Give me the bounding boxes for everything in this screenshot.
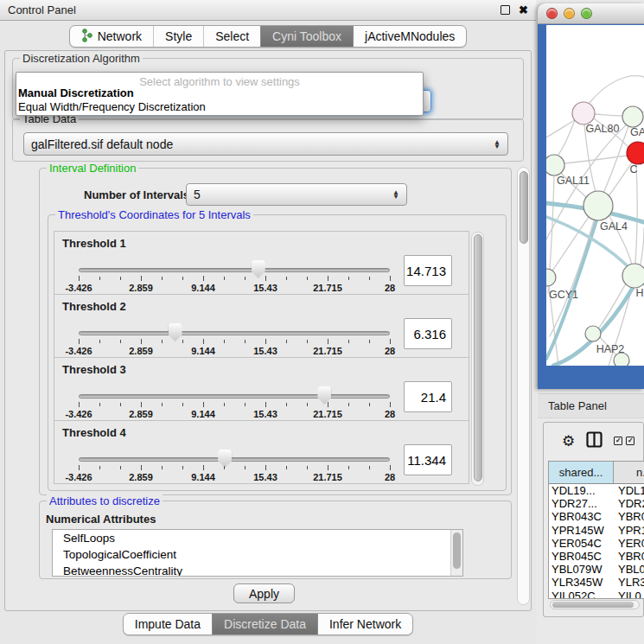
table-panel: ⚙ ✓ ✓ shared... n... YDL19...YDL1YDR27..… [543,422,644,617]
close-icon[interactable]: ✖ [519,4,528,16]
tab-infer-network[interactable]: Infer Network [317,614,412,634]
list-item[interactable]: TopologicalCoefficient [53,546,462,563]
columns-icon[interactable] [586,431,603,451]
threshold-3-slider[interactable]: -3.4262.8599.14415.4321.71528 [79,384,390,420]
table-horizontal-scrollbar[interactable] [550,600,640,609]
table-cell[interactable]: YBL0 [614,563,644,576]
network-node[interactable] [585,326,601,341]
threshold-2-value[interactable]: 6.316 [404,318,452,349]
table-cell[interactable]: YPR1 [614,524,644,537]
algorithm-option-manual-discretization[interactable]: Manual Discretization [16,86,423,100]
table-row[interactable]: YER054CYER0 [549,537,644,550]
threshold-4-slider[interactable]: -3.4262.8599.14415.4321.71528 [79,447,390,483]
network-canvas[interactable]: GAL80GACGAL11GAL4GCY1HHAP2 [546,25,644,366]
apply-button[interactable]: Apply [233,583,295,603]
tab-discretize-data[interactable]: Discretize Data [212,614,317,634]
threshold-1-value[interactable]: 14.713 [404,255,452,286]
threshold-2-slider[interactable]: -3.4262.8599.14415.4321.71528 [79,321,390,357]
slider-tick [203,339,204,344]
network-node[interactable] [546,269,556,286]
table-row[interactable]: YBR043CYBR0 [549,510,644,523]
threshold-3-value[interactable]: 21.4 [404,381,452,412]
checkbox-icon[interactable]: ✓ [626,437,634,445]
column-header-shared-name[interactable]: shared... [549,462,614,483]
top-tab-group: Network Style Select Cyni Toolbox jActiv… [69,25,468,48]
slider-track[interactable] [79,331,390,335]
slider-track[interactable] [79,457,390,462]
table-row[interactable]: YDL19...YDL1 [549,484,644,497]
table-cell[interactable]: YER0 [614,537,644,550]
table-cell[interactable]: YDL19... [549,484,614,497]
network-node[interactable] [614,353,629,366]
table-row[interactable]: YLR345WYLR3 [549,576,644,589]
threshold-4-row: Threshold 4 -3.4262.8599.14415.4321.7152… [54,420,469,484]
content-scrollbar[interactable] [517,167,530,605]
table-cell[interactable]: YDR27... [549,497,614,510]
content-scrollbar-thumb[interactable] [520,171,528,244]
gear-icon[interactable]: ⚙ [562,434,575,449]
minimize-traffic-light-icon[interactable] [564,8,575,19]
network-window-titlebar[interactable] [538,3,644,24]
float-window-icon[interactable] [501,5,510,15]
bottom-tab-group: Impute Data Discretize Data Infer Networ… [123,613,413,635]
table-row[interactable]: YBL079WYBL0 [549,563,644,576]
table-cell[interactable]: YBL079W [549,563,614,576]
slider-tick-label: 15.43 [253,346,277,356]
table-cell[interactable]: YBR043C [549,510,614,523]
table-cell[interactable]: YER054C [549,537,614,550]
slider-tick [369,277,370,280]
table-cell[interactable]: YIL052C [549,590,614,599]
slider-tick [265,276,266,281]
zoom-traffic-light-icon[interactable] [581,8,592,19]
algorithm-option-equal-width-frequency[interactable]: Equal Width/Frequency Discretization [16,100,423,114]
table-row[interactable]: YPR145WYPR1 [549,524,644,537]
table-cell[interactable]: YBR045C [549,550,614,563]
list-item[interactable]: SelfLoops [53,530,462,546]
threshold-1-slider[interactable]: -3.4262.8599.14415.4321.71528 [79,258,390,294]
numerical-attributes-list[interactable]: SelfLoops TopologicalCoefficient Between… [52,529,463,577]
attributes-list-scrollbar-thumb[interactable] [453,532,461,569]
network-node[interactable] [572,102,595,124]
slider-track[interactable] [79,394,390,399]
tab-cyni-toolbox[interactable]: Cyni Toolbox [260,26,353,47]
slider-tick-label: 28 [385,472,395,482]
table-cell[interactable]: YBR0 [614,550,644,563]
table-cell[interactable]: YBR0 [614,510,644,523]
threshold-4-value[interactable]: 11.344 [404,444,452,475]
network-node[interactable] [622,106,643,127]
slider-track[interactable] [79,268,390,272]
table-data-combobox[interactable]: galFiltered.sif default node ▲▼ [23,132,508,156]
thresholds-scrollbar[interactable] [471,232,484,486]
checkbox-icon[interactable]: ✓ [614,437,622,445]
network-node[interactable] [583,191,613,220]
table-row[interactable]: YBR045CYBR0 [549,550,644,563]
tab-jactivemnodules[interactable]: jActiveMNodules [353,26,466,47]
table-panel-titlebar[interactable]: Table Panel [538,393,644,418]
table-row[interactable]: YIL052CYIL0 [549,590,644,600]
tab-select[interactable]: Select [203,26,260,47]
network-node[interactable] [546,155,564,175]
tab-network[interactable]: Network [70,26,153,47]
network-node[interactable] [622,264,644,288]
table-cell[interactable]: YPR145W [549,524,614,537]
table-cell[interactable]: YDL1 [614,484,644,497]
table-horizontal-scrollbar-thumb[interactable] [552,602,634,608]
number-of-intervals-combobox[interactable]: 5 ▲▼ [186,183,407,206]
slider-tick-label: 21.715 [313,346,342,356]
attributes-list-scrollbar[interactable] [450,530,462,576]
control-panel-titlebar[interactable]: Control Panel ✖ [0,0,536,21]
table-cell[interactable]: YLR3 [614,576,644,589]
table-cell[interactable]: YDR2 [614,497,644,510]
column-header-name[interactable]: n... [614,462,644,483]
thresholds-scrollbar-thumb[interactable] [474,234,482,481]
network-view-window[interactable]: GAL80GACGAL11GAL4GCY1HHAP2 [538,3,644,389]
table-row[interactable]: YDR27...YDR2 [549,497,644,510]
table-cell[interactable]: YLR345W [549,576,614,589]
tab-impute-data[interactable]: Impute Data [124,614,212,634]
network-node[interactable] [627,142,644,164]
close-traffic-light-icon[interactable] [546,8,558,19]
tab-style[interactable]: Style [153,26,203,47]
control-panel-window: Control Panel ✖ Network Style [0,0,536,644]
list-item[interactable]: BetweennessCentrality [53,563,462,577]
table-cell[interactable]: YIL0 [614,590,644,599]
